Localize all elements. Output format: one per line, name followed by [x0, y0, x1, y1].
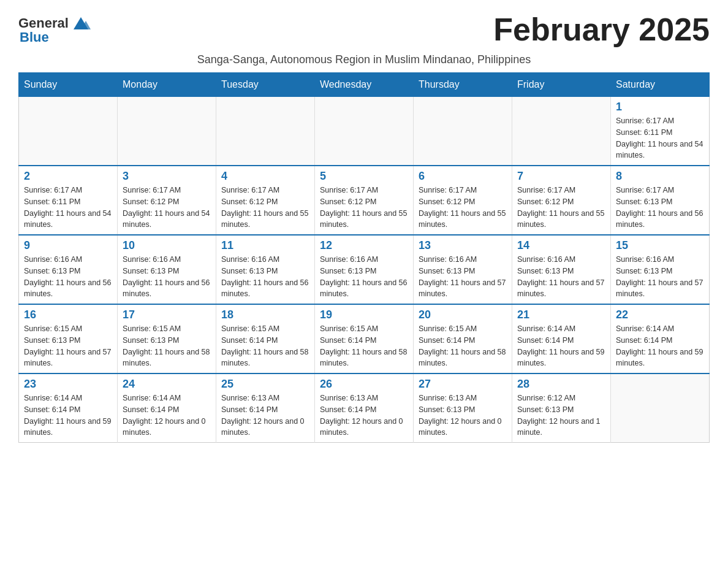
day-info: Sunrise: 6:17 AMSunset: 6:12 PMDaylight:…	[320, 185, 408, 231]
day-info: Sunrise: 6:15 AMSunset: 6:14 PMDaylight:…	[320, 323, 408, 369]
day-number: 10	[123, 239, 211, 252]
day-number: 15	[616, 239, 704, 252]
day-info: Sunrise: 6:14 AMSunset: 6:14 PMDaylight:…	[517, 323, 605, 369]
calendar-cell	[216, 97, 315, 166]
calendar-cell: 26Sunrise: 6:13 AMSunset: 6:14 PMDayligh…	[315, 373, 414, 443]
header-day-sunday: Sunday	[19, 73, 118, 97]
week-row-3: 9Sunrise: 6:16 AMSunset: 6:13 PMDaylight…	[19, 235, 710, 304]
calendar-table: SundayMondayTuesdayWednesdayThursdayFrid…	[18, 72, 710, 443]
week-row-2: 2Sunrise: 6:17 AMSunset: 6:11 PMDaylight…	[19, 166, 710, 235]
day-number: 16	[24, 308, 112, 321]
day-number: 26	[320, 378, 408, 391]
day-info: Sunrise: 6:16 AMSunset: 6:13 PMDaylight:…	[419, 254, 507, 300]
day-info: Sunrise: 6:16 AMSunset: 6:13 PMDaylight:…	[24, 254, 112, 300]
calendar-cell: 2Sunrise: 6:17 AMSunset: 6:11 PMDaylight…	[19, 166, 118, 235]
day-number: 19	[320, 308, 408, 321]
calendar-cell: 23Sunrise: 6:14 AMSunset: 6:14 PMDayligh…	[19, 373, 118, 443]
calendar-cell	[315, 97, 414, 166]
calendar-cell: 14Sunrise: 6:16 AMSunset: 6:13 PMDayligh…	[512, 235, 611, 304]
calendar-cell: 5Sunrise: 6:17 AMSunset: 6:12 PMDaylight…	[315, 166, 414, 235]
day-info: Sunrise: 6:15 AMSunset: 6:14 PMDaylight:…	[419, 323, 507, 369]
day-info: Sunrise: 6:15 AMSunset: 6:14 PMDaylight:…	[221, 323, 309, 369]
calendar-cell: 18Sunrise: 6:15 AMSunset: 6:14 PMDayligh…	[216, 304, 315, 373]
day-info: Sunrise: 6:16 AMSunset: 6:13 PMDaylight:…	[123, 254, 211, 300]
header-day-tuesday: Tuesday	[216, 73, 315, 97]
calendar-cell: 12Sunrise: 6:16 AMSunset: 6:13 PMDayligh…	[315, 235, 414, 304]
header-day-wednesday: Wednesday	[315, 73, 414, 97]
day-info: Sunrise: 6:14 AMSunset: 6:14 PMDaylight:…	[123, 393, 211, 439]
day-info: Sunrise: 6:13 AMSunset: 6:13 PMDaylight:…	[419, 393, 507, 439]
calendar-cell	[118, 97, 216, 166]
day-info: Sunrise: 6:16 AMSunset: 6:13 PMDaylight:…	[221, 254, 309, 300]
day-info: Sunrise: 6:12 AMSunset: 6:13 PMDaylight:…	[517, 393, 605, 439]
day-info: Sunrise: 6:16 AMSunset: 6:13 PMDaylight:…	[517, 254, 605, 300]
calendar-cell: 13Sunrise: 6:16 AMSunset: 6:13 PMDayligh…	[414, 235, 512, 304]
day-number: 17	[123, 308, 211, 321]
calendar-cell: 21Sunrise: 6:14 AMSunset: 6:14 PMDayligh…	[512, 304, 611, 373]
calendar-cell: 11Sunrise: 6:16 AMSunset: 6:13 PMDayligh…	[216, 235, 315, 304]
subtitle: Sanga-Sanga, Autonomous Region in Muslim…	[18, 53, 710, 66]
day-number: 24	[123, 378, 211, 391]
day-info: Sunrise: 6:15 AMSunset: 6:13 PMDaylight:…	[24, 323, 112, 369]
week-row-4: 16Sunrise: 6:15 AMSunset: 6:13 PMDayligh…	[19, 304, 710, 373]
day-info: Sunrise: 6:14 AMSunset: 6:14 PMDaylight:…	[616, 323, 704, 369]
calendar-cell	[512, 97, 611, 166]
calendar-cell: 9Sunrise: 6:16 AMSunset: 6:13 PMDaylight…	[19, 235, 118, 304]
calendar-cell: 24Sunrise: 6:14 AMSunset: 6:14 PMDayligh…	[118, 373, 216, 443]
day-info: Sunrise: 6:17 AMSunset: 6:12 PMDaylight:…	[123, 185, 211, 231]
day-info: Sunrise: 6:17 AMSunset: 6:12 PMDaylight:…	[221, 185, 309, 231]
day-number: 8	[616, 170, 704, 183]
calendar-cell: 25Sunrise: 6:13 AMSunset: 6:14 PMDayligh…	[216, 373, 315, 443]
header-day-saturday: Saturday	[611, 73, 710, 97]
header-day-monday: Monday	[118, 73, 216, 97]
day-number: 4	[221, 170, 309, 183]
calendar-cell: 1Sunrise: 6:17 AMSunset: 6:11 PMDaylight…	[611, 97, 710, 166]
page-header: General Blue February 2025	[18, 12, 710, 47]
calendar-cell: 22Sunrise: 6:14 AMSunset: 6:14 PMDayligh…	[611, 304, 710, 373]
calendar-cell: 7Sunrise: 6:17 AMSunset: 6:12 PMDaylight…	[512, 166, 611, 235]
calendar-cell: 28Sunrise: 6:12 AMSunset: 6:13 PMDayligh…	[512, 373, 611, 443]
logo-blue: Blue	[20, 29, 49, 45]
day-info: Sunrise: 6:14 AMSunset: 6:14 PMDaylight:…	[24, 393, 112, 439]
day-number: 11	[221, 239, 309, 252]
calendar-cell	[414, 97, 512, 166]
title-section: February 2025	[493, 12, 710, 47]
day-number: 12	[320, 239, 408, 252]
calendar-cell: 10Sunrise: 6:16 AMSunset: 6:13 PMDayligh…	[118, 235, 216, 304]
days-header-row: SundayMondayTuesdayWednesdayThursdayFrid…	[19, 73, 710, 97]
calendar-cell: 17Sunrise: 6:15 AMSunset: 6:13 PMDayligh…	[118, 304, 216, 373]
day-number: 18	[221, 308, 309, 321]
day-number: 7	[517, 170, 605, 183]
calendar-cell	[19, 97, 118, 166]
day-info: Sunrise: 6:16 AMSunset: 6:13 PMDaylight:…	[616, 254, 704, 300]
day-number: 6	[419, 170, 507, 183]
logo-icon	[70, 12, 92, 34]
calendar-cell	[611, 373, 710, 443]
day-info: Sunrise: 6:17 AMSunset: 6:11 PMDaylight:…	[24, 185, 112, 231]
day-number: 27	[419, 378, 507, 391]
calendar-cell: 15Sunrise: 6:16 AMSunset: 6:13 PMDayligh…	[611, 235, 710, 304]
month-title: February 2025	[493, 12, 710, 47]
day-number: 5	[320, 170, 408, 183]
day-info: Sunrise: 6:16 AMSunset: 6:13 PMDaylight:…	[320, 254, 408, 300]
calendar-cell: 8Sunrise: 6:17 AMSunset: 6:13 PMDaylight…	[611, 166, 710, 235]
calendar-cell: 19Sunrise: 6:15 AMSunset: 6:14 PMDayligh…	[315, 304, 414, 373]
day-number: 3	[123, 170, 211, 183]
day-info: Sunrise: 6:17 AMSunset: 6:13 PMDaylight:…	[616, 185, 704, 231]
day-info: Sunrise: 6:13 AMSunset: 6:14 PMDaylight:…	[320, 393, 408, 439]
day-number: 14	[517, 239, 605, 252]
day-number: 20	[419, 308, 507, 321]
week-row-1: 1Sunrise: 6:17 AMSunset: 6:11 PMDaylight…	[19, 97, 710, 166]
day-info: Sunrise: 6:15 AMSunset: 6:13 PMDaylight:…	[123, 323, 211, 369]
calendar-cell: 16Sunrise: 6:15 AMSunset: 6:13 PMDayligh…	[19, 304, 118, 373]
day-number: 23	[24, 378, 112, 391]
day-number: 21	[517, 308, 605, 321]
day-info: Sunrise: 6:17 AMSunset: 6:12 PMDaylight:…	[517, 185, 605, 231]
day-info: Sunrise: 6:13 AMSunset: 6:14 PMDaylight:…	[221, 393, 309, 439]
day-number: 25	[221, 378, 309, 391]
week-row-5: 23Sunrise: 6:14 AMSunset: 6:14 PMDayligh…	[19, 373, 710, 443]
day-number: 2	[24, 170, 112, 183]
day-number: 9	[24, 239, 112, 252]
day-number: 28	[517, 378, 605, 391]
header-day-thursday: Thursday	[414, 73, 512, 97]
